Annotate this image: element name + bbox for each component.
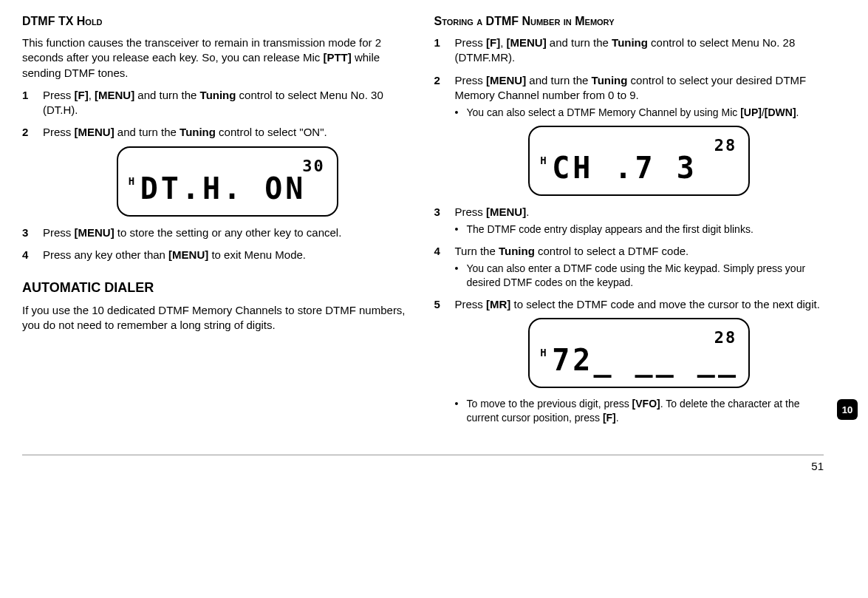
step-1: Press [F], [MENU] and turn the Tuning co… [22, 88, 412, 118]
step-4: Turn the Tuning control to select a DTMF… [434, 244, 824, 290]
automatic-dialer-text: If you use the 10 dedicated DTMF Memory … [22, 303, 412, 333]
lcd-display-code-entry: H 72_ __ __ 28 [528, 318, 750, 388]
text: to select the DTMF code and move the cur… [510, 298, 820, 310]
lcd-main-text: CH .7 3 [552, 153, 697, 183]
f-key: [F] [603, 412, 616, 424]
text: to exit Menu Mode. [208, 248, 306, 261]
tx-hold-steps: Press [F], [MENU] and turn the Tuning co… [22, 88, 412, 262]
vfo-key: [VFO] [632, 398, 660, 410]
text: , [500, 36, 506, 49]
right-column: Storing a DTMF Number in Memory Press [F… [434, 15, 824, 432]
text: control to select "ON". [216, 126, 327, 138]
text: and turn the [115, 126, 180, 138]
text: and turn the [547, 36, 612, 49]
dwn-key: [DWN] [765, 106, 796, 118]
ptt-key: [PTT] [323, 51, 351, 64]
tuning-control: Tuning [180, 126, 216, 138]
text: Press [455, 36, 487, 49]
step-4-notes: You can also enter a DTMF code using the… [455, 262, 824, 290]
chapter-tab: 10 [837, 399, 858, 420]
page-number: 51 [811, 460, 824, 472]
f-key: [F] [75, 89, 89, 101]
tx-hold-intro: This function causes the transceiver to … [22, 35, 412, 81]
dtmf-tx-hold-heading: DTMF TX Hold [22, 15, 412, 28]
step-2: Press [MENU] and turn the Tuning control… [22, 125, 412, 216]
note: You can also enter a DTMF code using the… [455, 262, 824, 290]
text: Press [455, 205, 487, 218]
lcd-menu-number: 28 [714, 327, 737, 349]
step-5: Press [MR] to select the DTMF code and m… [434, 297, 824, 425]
tuning-control: Tuning [592, 74, 628, 86]
tuning-control: Tuning [612, 36, 648, 49]
text: Press [455, 74, 487, 86]
menu-key: [MENU] [95, 89, 134, 101]
text: Press [43, 126, 75, 138]
storing-dtmf-heading: Storing a DTMF Number in Memory [434, 15, 824, 28]
f-key: [F] [486, 36, 500, 49]
step-5-notes: To move to the previous digit, press [VF… [455, 397, 824, 425]
lcd-main-text: DT.H. ON [140, 174, 307, 203]
h-indicator: H [540, 154, 546, 168]
text: Turn the [455, 245, 499, 257]
step-3: Press [MENU] to store the setting or any… [22, 225, 412, 240]
text: . [526, 205, 529, 218]
storing-dtmf-steps: Press [F], [MENU] and turn the Tuning co… [434, 35, 824, 425]
tuning-control: Tuning [200, 89, 236, 101]
text: and turn the [134, 89, 199, 101]
text: control to select a DTMF code. [535, 245, 688, 257]
text: to store the setting or any other key to… [115, 226, 342, 239]
note: You can also select a DTMF Memory Channe… [455, 106, 824, 120]
menu-key: [MENU] [75, 126, 115, 138]
step-2-notes: You can also select a DTMF Memory Channe… [455, 106, 824, 120]
note: The DTMF code entry display appears and … [455, 222, 824, 237]
text: and turn the [526, 74, 591, 86]
step-4: Press any key other than [MENU] to exit … [22, 248, 412, 262]
menu-key: [MENU] [507, 36, 547, 49]
tuning-control: Tuning [499, 245, 535, 257]
menu-key: [MENU] [75, 226, 115, 239]
step-2: Press [MENU] and turn the Tuning control… [434, 73, 824, 196]
h-indicator: H [540, 346, 546, 360]
lcd-display-dth-on: H DT.H. ON 30 [117, 146, 338, 217]
lcd-menu-number: 28 [714, 135, 737, 157]
text: . [616, 412, 619, 424]
step-3-notes: The DTMF code entry display appears and … [455, 222, 824, 237]
menu-key: [MENU] [168, 248, 208, 261]
automatic-dialer-heading: AUTOMATIC DIALER [22, 280, 412, 296]
text: Press [43, 226, 75, 239]
text: Press [43, 89, 75, 101]
lcd-main-text: 72_ __ __ [552, 345, 739, 375]
left-column: DTMF TX Hold This function causes the tr… [22, 15, 412, 432]
mr-key: [MR] [486, 298, 510, 310]
step-3: Press [MENU]. The DTMF code entry displa… [434, 205, 824, 237]
up-key: [UP] [740, 106, 762, 118]
text: Press any key other than [43, 248, 168, 261]
note: To move to the previous digit, press [VF… [455, 397, 824, 425]
text: To move to the previous digit, press [467, 398, 632, 410]
h-indicator: H [129, 174, 134, 188]
text: , [89, 89, 95, 101]
text: Press [455, 298, 487, 310]
step-1: Press [F], [MENU] and turn the Tuning co… [434, 35, 824, 66]
menu-key: [MENU] [486, 74, 526, 86]
text: . [796, 106, 799, 118]
menu-key: [MENU] [486, 205, 526, 218]
lcd-display-ch-select: H CH .7 3 28 [528, 126, 750, 196]
page-footer: 51 [22, 455, 824, 472]
lcd-menu-number: 30 [302, 155, 325, 177]
text: You can also select a DTMF Memory Channe… [467, 106, 741, 118]
